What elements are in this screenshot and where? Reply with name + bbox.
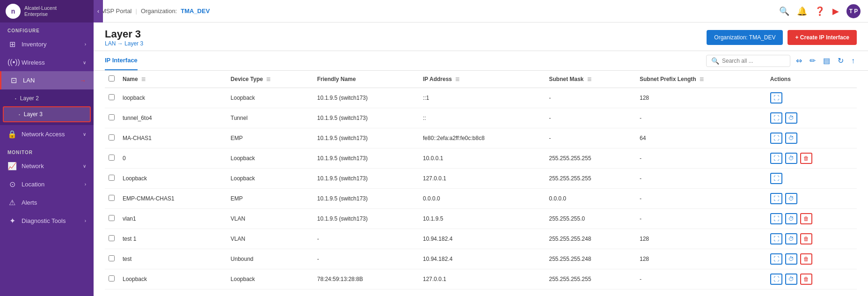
org-label: Organization: <box>141 7 177 15</box>
row-checkbox[interactable] <box>109 235 115 241</box>
expand-button[interactable]: ⛶ <box>770 253 782 265</box>
sidebar-item-network[interactable]: 📈 Network ∨ <box>0 157 94 175</box>
cell-ip-address: ::1 <box>419 88 545 108</box>
sidebar-item-label: LAN <box>23 77 35 84</box>
edit-button[interactable]: ⏱ <box>785 233 797 244</box>
expand-button[interactable]: ⛶ <box>770 112 782 124</box>
edit-button[interactable]: ⏱ <box>785 112 797 124</box>
select-all-checkbox[interactable] <box>109 75 115 81</box>
edit-button[interactable]: ⏱ <box>785 133 797 144</box>
sidebar-item-label: Inventory <box>22 41 46 48</box>
edit-button[interactable]: ⏱ <box>785 213 797 224</box>
delete-button[interactable]: 🗑 <box>800 233 812 244</box>
refresh-icon[interactable]: ↻ <box>836 54 846 67</box>
notification-icon[interactable]: 🔔 <box>797 6 807 16</box>
row-checkbox[interactable] <box>109 175 115 181</box>
logo-icon: n <box>6 4 21 19</box>
msp-portal-link[interactable]: MSP Portal <box>101 7 132 15</box>
search-topbar-icon[interactable]: 🔍 <box>779 6 789 16</box>
org-value[interactable]: TMA_DEV <box>181 7 210 15</box>
sidebar-item-wireless[interactable]: ((•)) Wireless ∨ <box>0 53 94 71</box>
header-actions: Organization: TMA_DEV + Create IP Interf… <box>707 30 857 45</box>
sidebar-item-alerts[interactable]: ⚠ Alerts <box>0 193 94 212</box>
edit-button[interactable]: ⏱ <box>785 193 797 204</box>
sidebar-collapse-button[interactable]: ‹ <box>94 0 103 22</box>
user-avatar[interactable]: T P <box>846 4 861 18</box>
sidebar-item-diagnostic[interactable]: ✦ Diagnostic Tools › <box>0 212 94 230</box>
prefix-filter-icon[interactable]: ☰ <box>700 77 704 82</box>
cell-name: test <box>119 249 227 269</box>
ip-filter-icon[interactable]: ☰ <box>455 77 460 82</box>
cell-friendly-name: 10.1.9.5 (switch173) <box>314 108 419 128</box>
name-filter-icon[interactable]: ☰ <box>141 77 146 82</box>
help-icon[interactable]: ❓ <box>815 6 825 16</box>
cell-ip-address: 127.0.0.1 <box>419 169 545 189</box>
delete-button[interactable]: 🗑 <box>800 213 812 224</box>
search-box: 🔍 <box>706 55 790 67</box>
expand-button[interactable]: ⛶ <box>770 92 782 104</box>
expand-columns-icon[interactable]: ⇔ <box>794 54 804 67</box>
alerts-icon: ⚠ <box>7 198 17 207</box>
device-type-filter-icon[interactable]: ☰ <box>266 77 270 82</box>
expand-button[interactable]: ⛶ <box>770 153 782 164</box>
submenu-layer2[interactable]: • Layer 2 <box>0 91 94 105</box>
expand-button[interactable]: ⛶ <box>770 213 782 224</box>
cell-prefix-length: - <box>636 269 766 289</box>
tab-ip-interface[interactable]: IP Interface <box>105 51 138 70</box>
upload-icon[interactable]: ↑ <box>849 55 857 67</box>
main-content: MSP Portal | Organization: TMA_DEV 🔍 🔔 ❓… <box>94 0 868 296</box>
edit-button[interactable]: ⏱ <box>785 274 797 285</box>
create-ip-interface-button[interactable]: + Create IP Interface <box>788 30 857 45</box>
row-checkbox[interactable] <box>109 215 115 221</box>
row-checkbox[interactable] <box>109 275 115 281</box>
cell-name: vlan1 <box>119 209 227 229</box>
delete-button[interactable]: 🗑 <box>800 153 812 164</box>
expand-button[interactable]: ⛶ <box>770 133 782 144</box>
youtube-icon[interactable]: ▶ <box>832 6 839 16</box>
cell-ip-address: 10.94.182.4 <box>419 249 545 269</box>
delete-button[interactable]: 🗑 <box>800 274 812 285</box>
expand-button[interactable]: ⛶ <box>770 193 782 204</box>
submenu-layer3[interactable]: • Layer 3 <box>3 106 91 122</box>
expand-button[interactable]: ⛶ <box>770 274 782 285</box>
subnet-filter-icon[interactable]: ☰ <box>587 77 591 82</box>
row-checkbox[interactable] <box>109 94 115 100</box>
cell-friendly-name: 10.1.9.5 (switch173) <box>314 189 419 209</box>
sidebar-item-network-access[interactable]: 🔒 Network Access ∨ <box>0 125 94 143</box>
dot-icon: • <box>19 112 20 117</box>
edit-button[interactable]: ⏱ <box>785 153 797 164</box>
location-icon: ⊙ <box>7 180 17 189</box>
sidebar-item-label: Network Access <box>22 131 65 138</box>
sidebar-item-inventory[interactable]: ⊞ Inventory › <box>0 35 94 53</box>
filter-icon[interactable]: ▤ <box>821 54 832 67</box>
edit-columns-icon[interactable]: ✏ <box>808 54 817 67</box>
cell-subnet-mask: 255.255.255.248 <box>545 249 636 269</box>
sidebar-item-location[interactable]: ⊙ Location › <box>0 175 94 193</box>
sidebar-item-label: Network <box>22 163 44 170</box>
delete-button[interactable]: 🗑 <box>800 253 812 265</box>
cell-device-type: Loopback <box>227 269 314 289</box>
sidebar-item-label: Alerts <box>22 199 37 206</box>
expand-button[interactable]: ⛶ <box>770 233 782 244</box>
col-ip-address: IP Address ☰ <box>419 71 545 88</box>
row-checkbox[interactable] <box>109 255 115 261</box>
sidebar-item-lan[interactable]: ⊡ LAN → <box>0 71 94 89</box>
cell-device-type: Unbound <box>227 249 314 269</box>
row-checkbox[interactable] <box>109 134 115 141</box>
search-input[interactable] <box>722 58 785 64</box>
expand-button[interactable]: ⛶ <box>770 173 782 184</box>
chevron-icon: ∨ <box>83 132 86 137</box>
edit-button[interactable]: ⏱ <box>785 253 797 265</box>
row-checkbox[interactable] <box>109 114 115 120</box>
sidebar: n Alcatel·Lucent Enterprise CONFIGURE ⊞ … <box>0 0 94 296</box>
breadcrumb-current: Layer 3 <box>124 40 143 47</box>
row-checkbox[interactable] <box>109 195 115 201</box>
lan-submenu: • Layer 2 • Layer 3 <box>0 89 94 125</box>
row-checkbox[interactable] <box>109 155 115 161</box>
chevron-icon: › <box>85 218 86 223</box>
cell-actions: ⛶⏱ <box>766 108 857 128</box>
org-button[interactable]: Organization: TMA_DEV <box>707 30 783 45</box>
col-device-type: Device Type ☰ <box>227 71 314 88</box>
breadcrumb-parent[interactable]: LAN <box>105 40 116 47</box>
cell-friendly-name: 78:24:59:13:28:8B <box>314 269 419 289</box>
